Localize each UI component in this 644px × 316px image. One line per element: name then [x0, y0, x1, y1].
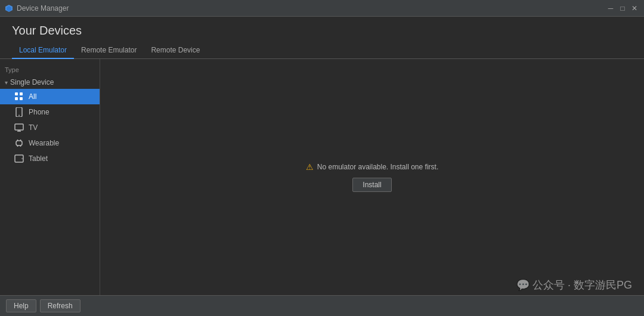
- install-button[interactable]: Install: [352, 178, 391, 192]
- sidebar-group-header[interactable]: ▾ Single Device: [0, 76, 100, 89]
- svg-rect-4: [15, 124, 23, 130]
- phone-icon: [14, 107, 24, 117]
- watch-icon: [14, 138, 24, 148]
- sidebar-item-all-label: All: [29, 92, 36, 101]
- tab-remote-emulator[interactable]: Remote Emulator: [74, 42, 144, 59]
- content-area: ⚠ No emulator available. Install one fir…: [100, 59, 644, 295]
- maximize-button[interactable]: □: [618, 4, 627, 13]
- tab-bar: Local Emulator Remote Emulator Remote De…: [0, 42, 644, 59]
- sidebar-group-label: Single Device: [10, 78, 54, 86]
- main-content: Your Devices Local Emulator Remote Emula…: [0, 17, 644, 316]
- help-button[interactable]: Help: [6, 299, 36, 312]
- sidebar-item-wearable-label: Wearable: [29, 139, 59, 147]
- no-emulator-text: No emulator available. Install one first…: [317, 163, 438, 171]
- title-bar-title: Device Manager: [17, 4, 69, 13]
- sidebar-item-tablet[interactable]: Tablet: [0, 151, 100, 166]
- refresh-button[interactable]: Refresh: [40, 299, 80, 312]
- tablet-icon: [14, 154, 24, 163]
- title-bar-left: Device Manager: [5, 4, 69, 13]
- sidebar-type-label: Type: [0, 64, 100, 76]
- close-button[interactable]: ✕: [630, 4, 639, 13]
- grid-icon: [14, 92, 24, 101]
- sidebar-item-tv-label: TV: [29, 123, 38, 132]
- warning-line: ⚠ No emulator available. Install one fir…: [306, 162, 438, 172]
- warning-icon: ⚠: [306, 162, 314, 172]
- sidebar-item-phone-label: Phone: [29, 108, 49, 116]
- tab-remote-device[interactable]: Remote Device: [144, 42, 207, 59]
- bottom-bar: Help Refresh: [0, 295, 644, 316]
- svg-rect-7: [16, 141, 22, 145]
- page-title: Your Devices: [0, 17, 644, 42]
- title-bar-controls: ─ □ ✕: [606, 4, 639, 13]
- sidebar-item-tv[interactable]: TV: [0, 120, 100, 135]
- app-icon: [5, 4, 13, 13]
- sidebar: Type ▾ Single Device All: [0, 59, 100, 295]
- sidebar-item-tablet-label: Tablet: [29, 154, 48, 163]
- sidebar-item-phone[interactable]: Phone: [0, 104, 100, 120]
- chevron-icon: ▾: [5, 79, 8, 86]
- sidebar-item-all[interactable]: All: [0, 89, 100, 104]
- minimize-button[interactable]: ─: [606, 4, 615, 13]
- sidebar-item-wearable[interactable]: Wearable: [0, 135, 100, 151]
- body-layout: Type ▾ Single Device All: [0, 59, 644, 295]
- svg-point-13: [21, 158, 23, 159]
- tab-local-emulator[interactable]: Local Emulator: [12, 42, 74, 59]
- title-bar: Device Manager ─ □ ✕: [0, 0, 644, 17]
- svg-point-3: [18, 115, 20, 116]
- tv-icon: [14, 123, 24, 132]
- no-emulator-message: ⚠ No emulator available. Install one fir…: [306, 162, 438, 192]
